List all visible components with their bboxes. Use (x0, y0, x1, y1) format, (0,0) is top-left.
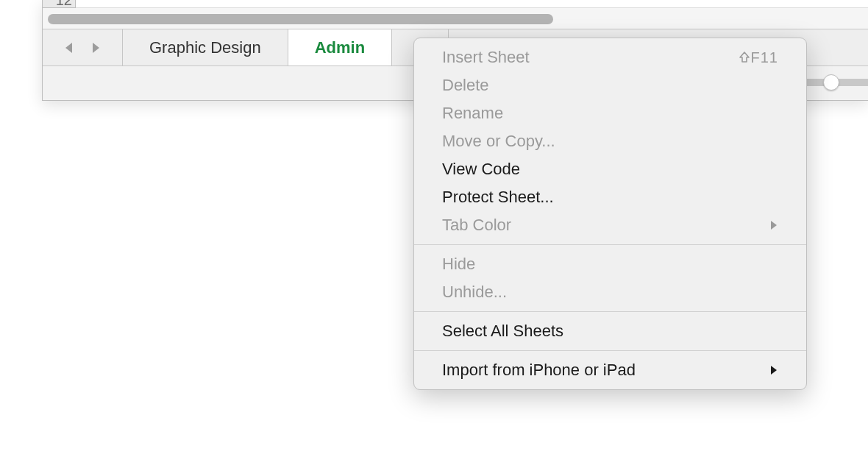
sheet-context-menu: Insert Sheet F11 Delete Rename Move or C… (413, 38, 807, 390)
submenu-chevron-icon (769, 364, 778, 376)
menu-protect-sheet[interactable]: Protect Sheet... (414, 183, 806, 211)
menu-item-label: Import from iPhone or iPad (442, 361, 636, 380)
menu-import-from-iphone[interactable]: Import from iPhone or iPad (414, 356, 806, 384)
menu-separator (414, 311, 806, 312)
menu-item-label: Rename (442, 104, 503, 123)
menu-rename[interactable]: Rename (414, 99, 806, 127)
shortcut-text: F11 (751, 49, 778, 66)
menu-delete[interactable]: Delete (414, 71, 806, 99)
horizontal-scrollbar-thumb[interactable] (48, 14, 553, 24)
menu-separator (414, 350, 806, 351)
sheet-nav-buttons (43, 29, 123, 65)
menu-item-label: Unhide... (442, 283, 507, 302)
menu-unhide[interactable]: Unhide... (414, 278, 806, 306)
menu-item-label: View Code (442, 160, 520, 179)
menu-view-code[interactable]: View Code (414, 155, 806, 183)
menu-item-label: Move or Copy... (442, 132, 555, 151)
next-sheet-button[interactable] (91, 41, 102, 54)
row-header[interactable]: 12 (43, 0, 76, 8)
menu-select-all-sheets[interactable]: Select All Sheets (414, 317, 806, 345)
menu-separator (414, 244, 806, 245)
shift-icon (739, 52, 750, 63)
tab-label: Graphic Design (149, 38, 261, 57)
tab-label: Admin (315, 38, 365, 57)
row-number: 12 (56, 0, 72, 7)
horizontal-scrollbar-track[interactable] (48, 13, 863, 25)
menu-tab-color[interactable]: Tab Color (414, 211, 806, 239)
menu-item-label: Insert Sheet (442, 48, 530, 67)
tab-admin[interactable]: Admin (288, 29, 392, 66)
tab-graphic-design[interactable]: Graphic Design (123, 29, 288, 65)
menu-item-label: Protect Sheet... (442, 188, 554, 207)
menu-item-label: Select All Sheets (442, 322, 563, 341)
submenu-chevron-icon (769, 219, 778, 231)
menu-item-label: Tab Color (442, 216, 511, 235)
menu-item-label: Hide (442, 255, 475, 274)
menu-hide[interactable]: Hide (414, 250, 806, 278)
menu-insert-sheet[interactable]: Insert Sheet F11 (414, 43, 806, 71)
menu-move-or-copy[interactable]: Move or Copy... (414, 127, 806, 155)
menu-item-label: Delete (442, 76, 489, 95)
menu-shortcut: F11 (739, 49, 778, 66)
prev-sheet-button[interactable] (63, 41, 74, 54)
zoom-slider-knob[interactable] (823, 74, 839, 91)
cells-row[interactable] (76, 0, 868, 8)
